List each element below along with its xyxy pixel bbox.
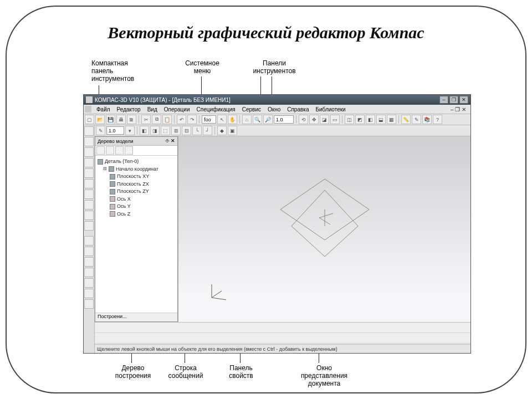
pan-icon[interactable]: ✥ [309,115,319,124]
menu-spec[interactable]: Спецификация [194,106,238,113]
tree-body[interactable]: Деталь (Тел-0) ⊟Начало координат Плоскос… [95,156,177,313]
tree-tb-3[interactable] [115,146,124,155]
menu-operations[interactable]: Операции [161,106,193,113]
close-button[interactable]: ✕ [459,96,468,104]
tree-tb-4[interactable] [125,146,133,155]
compact-btn-7[interactable] [84,190,94,199]
tree-item[interactable]: Ось Z [110,211,175,218]
tool-f-icon[interactable]: └ [192,126,202,135]
titlebar[interactable]: КОМПАС-3D V10 (ЗАЩИТА) - [Деталь БЕЗ ИМЕ… [84,95,470,105]
compact-btn-10[interactable] [84,221,94,231]
tree-pin-close[interactable]: ⯑ ✕ [165,139,175,144]
tool-e-icon[interactable]: ⊟ [182,126,191,135]
hand-icon[interactable]: ✋ [228,115,237,124]
compact-btn-17[interactable] [84,299,94,309]
compact-btn-13[interactable] [84,257,94,267]
viewport[interactable] [178,136,470,322]
sketch-icon[interactable]: ✎ [96,126,105,135]
copy-icon[interactable]: ⧉ [152,115,161,124]
compact-btn-1[interactable] [84,126,94,136]
print-icon[interactable]: 🖶 [116,115,126,124]
persp-icon[interactable]: ▦ [387,115,396,124]
axis-triad-icon [206,280,229,303]
scale-input[interactable]: 1.0 [274,115,294,124]
maximize-button[interactable]: ❐ [449,96,458,104]
view-iso-icon[interactable]: ◪ [320,115,329,124]
new-icon[interactable]: ▢ [85,115,94,124]
text-field[interactable]: foo [202,115,216,124]
menu-libs[interactable]: Библиотеки [313,106,348,113]
compact-btn-8[interactable] [84,200,94,209]
paste-icon[interactable]: 📋 [162,115,172,124]
compact-btn-11[interactable] [84,236,94,245]
compact-btn-5[interactable] [84,168,94,178]
tool-d-icon[interactable]: ⊞ [171,126,181,135]
save-icon[interactable]: 💾 [106,115,115,124]
zoom-out-icon[interactable]: 🔎 [263,115,273,124]
zoom-in-icon[interactable]: 🔍 [253,115,262,124]
callout-props-panel: Панель свойств [219,365,263,380]
doc-window-buttons[interactable]: – ❐ ✕ [447,106,469,112]
tree-title[interactable]: Дерево модели ⯑ ✕ [95,137,177,146]
plane-icon [110,174,115,180]
compact-btn-12[interactable] [84,247,94,256]
compact-btn-2[interactable] [84,137,94,146]
section-icon[interactable]: ⬓ [376,115,386,124]
cut-icon[interactable]: ✂ [141,115,151,124]
tree-tab[interactable]: Построени... [95,313,177,321]
compact-btn-16[interactable] [84,289,94,298]
props-icon[interactable]: ✎ [412,115,421,124]
compact-btn-6[interactable] [84,179,94,188]
tree-item[interactable]: Плоскость ZY [110,188,175,196]
undo-icon[interactable]: ↶ [177,115,186,124]
menu-service[interactable]: Сервис [239,106,264,113]
tree-item[interactable]: Плоскость ZX [110,181,175,188]
measure-icon[interactable]: 📏 [401,115,411,124]
preview-icon[interactable]: 🗎 [127,115,136,124]
status-text: Щелкните левой кнопкой мыши на объекте д… [97,346,337,352]
compact-btn-14[interactable] [84,268,94,277]
rotate-icon[interactable]: ⟲ [299,115,308,124]
view-front-icon[interactable]: ▭ [330,115,340,124]
scale-input-2[interactable]: 1.0 [106,126,124,135]
separator [398,115,399,124]
redo-icon[interactable]: ↷ [187,115,197,124]
properties-panel[interactable] [95,322,470,344]
tree-tb-1[interactable] [96,146,105,155]
help-icon[interactable]: ? [433,115,442,124]
menu-help[interactable]: Справка [284,106,311,113]
open-icon[interactable]: 📂 [95,115,105,124]
separator [84,232,94,235]
shaded-icon[interactable]: ◩ [355,115,365,124]
tool-i-icon[interactable]: ▣ [228,126,237,135]
tree-tb-2[interactable] [106,146,114,155]
zoom-fit-icon[interactable]: ⌂ [242,115,252,124]
dropdown-icon[interactable]: ▾ [125,126,135,135]
tool-h-icon[interactable]: ◆ [217,126,227,135]
minimize-button[interactable]: – [439,96,448,104]
tree-origin[interactable]: ⊟Начало координат [103,166,175,173]
wireframe-icon[interactable]: ◫ [345,115,354,124]
svg-line-3 [319,213,333,218]
menu-view[interactable]: Вид [145,106,160,113]
props-row [95,323,470,333]
compact-btn-15[interactable] [84,278,94,288]
app-body: ✎ 1.0 ▾ ◧ ◨ ⬚ ⊞ ⊟ └ ┘ ◆ ▣ Дерево модели [84,125,470,353]
tree-item[interactable]: Ось Y [110,203,175,211]
tree-item[interactable]: Ось X [110,196,175,203]
hidden-icon[interactable]: ◧ [366,115,375,124]
tool-b-icon[interactable]: ◨ [150,126,160,135]
menu-window[interactable]: Окно [265,106,283,113]
tool-c-icon[interactable]: ⬚ [161,126,170,135]
tree-root[interactable]: Деталь (Тел-0) [98,158,175,166]
tool-a-icon[interactable]: ◧ [140,126,149,135]
compact-btn-4[interactable] [84,158,94,167]
lib-icon[interactable]: 📚 [422,115,432,124]
cursor-icon[interactable]: ↖ [217,115,227,124]
tool-g-icon[interactable]: ┘ [203,126,212,135]
compact-btn-3[interactable] [84,147,94,157]
tree-item[interactable]: Плоскость XY [110,173,175,181]
menu-file[interactable]: Файл [94,106,113,113]
compact-btn-9[interactable] [84,211,94,220]
menu-edit[interactable]: Редактор [114,106,144,113]
